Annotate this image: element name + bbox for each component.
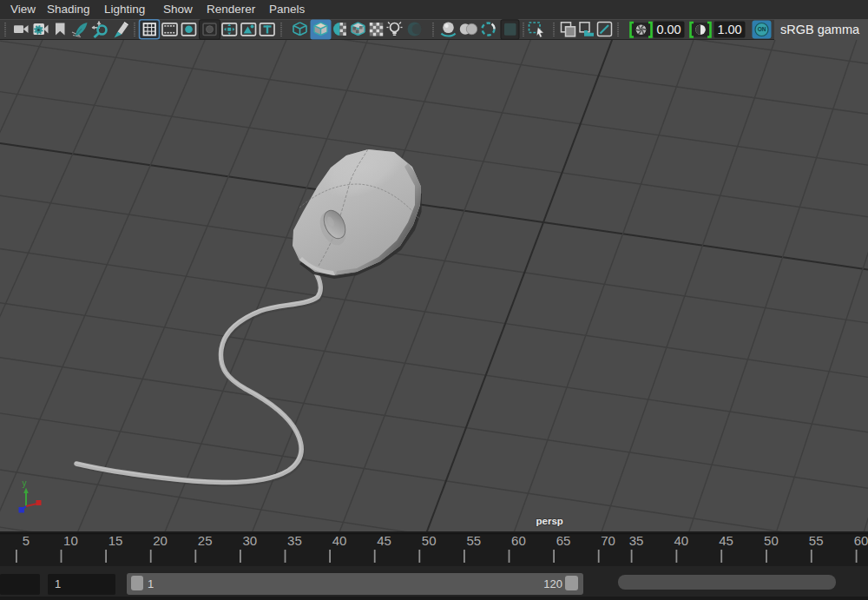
svg-text:20: 20 bbox=[153, 533, 168, 548]
svg-text:1.00: 1.00 bbox=[717, 23, 741, 36]
svg-text:50: 50 bbox=[422, 533, 437, 548]
svg-text:persp: persp bbox=[536, 516, 563, 526]
svg-text:65: 65 bbox=[556, 533, 571, 548]
svg-text:15: 15 bbox=[108, 533, 123, 548]
svg-text:25: 25 bbox=[198, 533, 213, 548]
svg-text:40: 40 bbox=[332, 533, 347, 548]
svg-text:0.00: 0.00 bbox=[656, 23, 681, 36]
svg-text:40: 40 bbox=[674, 533, 688, 548]
svg-text:ON: ON bbox=[758, 26, 766, 32]
svg-text:55: 55 bbox=[466, 533, 481, 548]
svg-text:120: 120 bbox=[543, 577, 562, 590]
svg-text:55: 55 bbox=[809, 533, 824, 548]
svg-text:45: 45 bbox=[377, 533, 391, 548]
svg-text:sRGB gamma: sRGB gamma bbox=[780, 23, 860, 36]
svg-text:y: y bbox=[23, 478, 27, 488]
svg-text:1: 1 bbox=[55, 577, 61, 590]
svg-text:5: 5 bbox=[23, 533, 30, 548]
svg-text:70: 70 bbox=[601, 533, 615, 548]
svg-text:60: 60 bbox=[854, 533, 868, 548]
svg-text:60: 60 bbox=[511, 533, 526, 548]
svg-text:35: 35 bbox=[287, 533, 302, 548]
svg-text:30: 30 bbox=[242, 533, 257, 548]
svg-text:45: 45 bbox=[719, 533, 733, 548]
svg-text:50: 50 bbox=[764, 533, 779, 548]
svg-text:10: 10 bbox=[63, 533, 78, 548]
svg-text:1: 1 bbox=[148, 577, 154, 590]
svg-text:35: 35 bbox=[629, 533, 644, 548]
